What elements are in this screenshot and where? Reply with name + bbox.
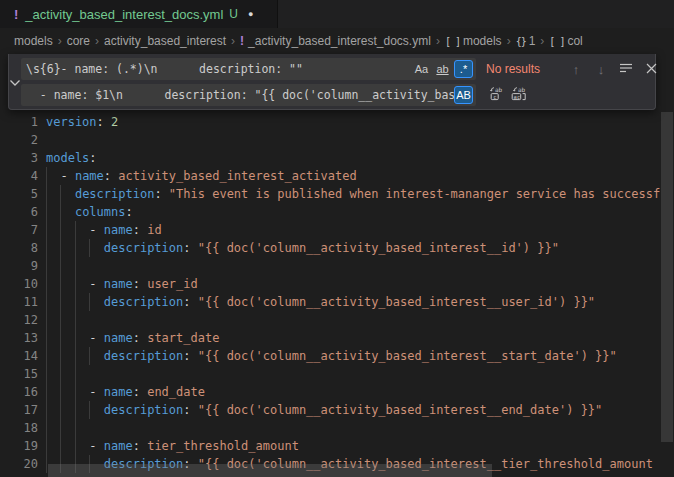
- line-number[interactable]: 8: [0, 239, 38, 257]
- indent-guide: [46, 365, 47, 383]
- breadcrumb-item-core[interactable]: core: [67, 34, 90, 48]
- code-line-content: - name: activity_based_interest_activate…: [46, 167, 357, 185]
- indent-guide: [89, 401, 90, 419]
- indent-guide: [46, 167, 47, 185]
- line-number[interactable]: 4: [0, 167, 38, 185]
- indent-guide: [46, 293, 47, 311]
- code-line-4[interactable]: 4 - name: activity_based_interest_activa…: [0, 167, 674, 185]
- indent-guide: [75, 383, 76, 401]
- line-number[interactable]: 2: [0, 131, 38, 149]
- yaml-file-icon: !: [14, 7, 18, 22]
- code-line-16[interactable]: 16 - name: end_date: [0, 383, 674, 401]
- line-number[interactable]: 11: [0, 293, 38, 311]
- code-line-18[interactable]: 18: [0, 419, 674, 437]
- breadcrumb-separator: ›: [58, 34, 62, 48]
- vertical-scrollbar[interactable]: [661, 112, 673, 442]
- regex-button[interactable]: .*: [454, 60, 473, 78]
- indent-guide: [75, 437, 76, 455]
- code-line-6[interactable]: 6 columns:: [0, 203, 674, 221]
- indent-guide: [46, 275, 47, 293]
- breadcrumb-separator: ›: [436, 34, 440, 48]
- yaml-file-icon: !: [240, 34, 244, 48]
- code-line-8[interactable]: 8 description: "{{ doc('column__activity…: [0, 239, 674, 257]
- indent-guide: [75, 239, 76, 257]
- code-line-14[interactable]: 14 description: "{{ doc('column__activit…: [0, 347, 674, 365]
- line-number[interactable]: 6: [0, 203, 38, 221]
- modified-indicator-dot[interactable]: ●: [248, 9, 253, 19]
- breadcrumb-item-models[interactable]: models: [14, 34, 53, 48]
- code-line-content: description: "{{ doc('column__activity_b…: [46, 401, 602, 419]
- close-find-widget-button[interactable]: [641, 59, 661, 79]
- indent-guide: [60, 203, 61, 221]
- code-line-12[interactable]: 12: [0, 311, 674, 329]
- code-line-3[interactable]: 3models:: [0, 149, 674, 167]
- line-number[interactable]: 14: [0, 347, 38, 365]
- code-line-content: description: "{{ doc('column__activity_b…: [46, 347, 617, 365]
- code-line-19[interactable]: 19 - name: tier_threshold_amount: [0, 437, 674, 455]
- git-status-badge: U: [229, 7, 238, 21]
- line-number[interactable]: 7: [0, 221, 38, 239]
- breadcrumb-item-1[interactable]: {}1: [516, 34, 536, 48]
- tab-title: _activity_based_interest_docs.yml: [25, 7, 223, 22]
- indent-guide: [75, 257, 76, 275]
- line-number[interactable]: 10: [0, 275, 38, 293]
- indent-guide: [46, 311, 47, 329]
- code-line-1[interactable]: 1version: 2: [0, 113, 674, 131]
- horizontal-scrollbar[interactable]: [48, 464, 492, 477]
- line-number[interactable]: 17: [0, 401, 38, 419]
- code-line-10[interactable]: 10 - name: user_id: [0, 275, 674, 293]
- code-line-7[interactable]: 7 - name: id: [0, 221, 674, 239]
- previous-match-button[interactable]: ↑: [566, 59, 586, 79]
- breadcrumb-item-activity_based_interest[interactable]: activity_based_interest: [104, 34, 226, 48]
- breadcrumb-item-_activity_based_interest_docs.yml[interactable]: !_activity_based_interest_docs.yml: [240, 34, 431, 48]
- find-input-value: \s{6}- name: (.*)\n description: "": [21, 62, 412, 76]
- code-line-15[interactable]: 15: [0, 365, 674, 383]
- line-number[interactable]: 18: [0, 419, 38, 437]
- code-line-11[interactable]: 11 description: "{{ doc('column__activit…: [0, 293, 674, 311]
- line-number[interactable]: 5: [0, 185, 38, 203]
- breadcrumb-item-col[interactable]: [ ]col: [549, 34, 582, 48]
- code-area[interactable]: 1version: 223models:4 - name: activity_b…: [0, 113, 674, 477]
- code-line-content: columns:: [46, 203, 133, 221]
- replace-button[interactable]: ab c: [486, 85, 508, 105]
- preserve-case-button[interactable]: AB: [454, 86, 473, 104]
- line-number[interactable]: 19: [0, 437, 38, 455]
- find-in-selection-button[interactable]: [616, 59, 636, 79]
- indent-guide: [60, 185, 61, 203]
- line-number[interactable]: 13: [0, 329, 38, 347]
- line-number[interactable]: 9: [0, 257, 38, 275]
- code-line-content: - name: start_date: [46, 329, 219, 347]
- toggle-replace-button[interactable]: [9, 54, 21, 109]
- breadcrumb-item-models[interactable]: [ ]models: [445, 34, 502, 48]
- code-line-2[interactable]: 2: [0, 131, 674, 149]
- line-number[interactable]: 20: [0, 455, 38, 473]
- match-case-button[interactable]: Aa: [412, 60, 431, 78]
- next-match-button[interactable]: ↓: [591, 59, 611, 79]
- line-number[interactable]: 1: [0, 113, 38, 131]
- indent-guide: [60, 257, 61, 275]
- line-number[interactable]: 3: [0, 149, 38, 167]
- indent-guide: [46, 437, 47, 455]
- code-line-9[interactable]: 9: [0, 257, 674, 275]
- breadcrumb-separator: ›: [540, 34, 544, 48]
- chevron-down-icon: [9, 73, 21, 91]
- indent-guide: [46, 329, 47, 347]
- code-line-5[interactable]: 5 description: "This event is published …: [0, 185, 674, 203]
- array-symbol-icon: [ ]: [549, 36, 564, 47]
- breadcrumb-label: models: [463, 34, 502, 48]
- replace-all-icon: ab ac: [510, 85, 528, 105]
- replace-input[interactable]: - name: $1\n description: "{{ doc('colum…: [21, 84, 476, 106]
- line-number[interactable]: 12: [0, 311, 38, 329]
- replace-all-button[interactable]: ab ac: [508, 85, 530, 105]
- code-line-17[interactable]: 17 description: "{{ doc('column__activit…: [0, 401, 674, 419]
- line-number[interactable]: 16: [0, 383, 38, 401]
- svg-text:ab: ab: [495, 86, 503, 93]
- tab-activity-based-interest-docs[interactable]: ! _activity_based_interest_docs.yml U ●: [0, 0, 278, 28]
- svg-text:ac: ac: [514, 94, 521, 100]
- indent-guide: [46, 203, 47, 221]
- find-input[interactable]: \s{6}- name: (.*)\n description: "" Aa a…: [21, 58, 476, 80]
- selection-lines-icon: [619, 62, 633, 77]
- whole-word-button[interactable]: ab: [433, 60, 452, 78]
- code-line-13[interactable]: 13 - name: start_date: [0, 329, 674, 347]
- line-number[interactable]: 15: [0, 365, 38, 383]
